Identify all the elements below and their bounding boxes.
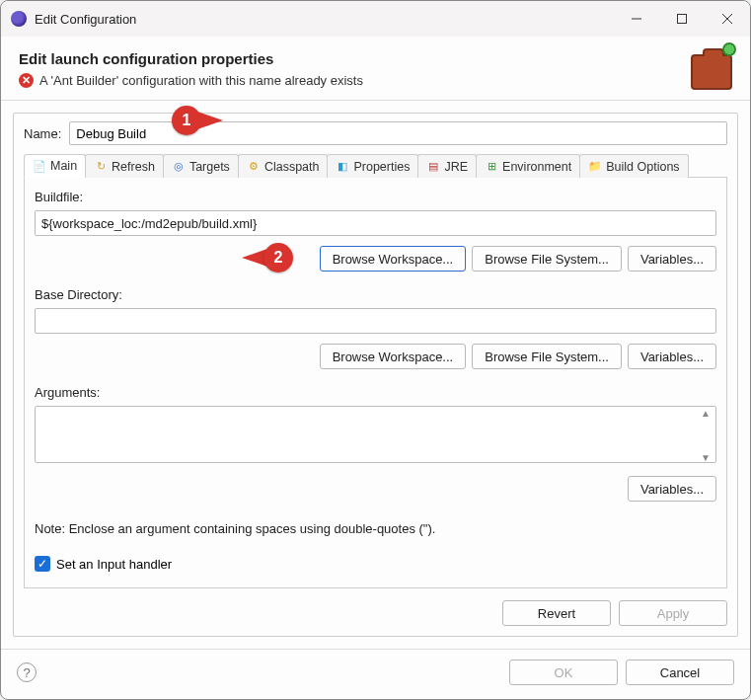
basedir-variables-button[interactable]: Variables... — [628, 344, 716, 369]
buildfile-label: Buildfile: — [35, 190, 716, 204]
tab-refresh[interactable]: ↻Refresh — [85, 154, 164, 178]
buildfile-variables-button[interactable]: Variables... — [628, 246, 716, 272]
dialog-header: Edit launch configuration properties ✕ A… — [1, 37, 750, 101]
chevron-up-icon: ▲ — [698, 409, 713, 419]
basedir-browse-workspace-button[interactable]: Browse Workspace... — [320, 344, 467, 369]
tab-main[interactable]: 📄Main — [24, 154, 86, 178]
apply-button[interactable]: Apply — [619, 600, 727, 626]
error-icon: ✕ — [19, 73, 34, 88]
input-handler-checkbox[interactable]: ✓ — [35, 556, 50, 572]
name-input[interactable] — [69, 121, 727, 145]
jre-icon: ▤ — [426, 160, 440, 174]
target-icon: ◎ — [172, 160, 186, 174]
name-label: Name: — [24, 126, 61, 141]
cancel-button[interactable]: Cancel — [626, 660, 734, 685]
basedir-input[interactable] — [35, 308, 716, 334]
minimize-button[interactable] — [614, 1, 659, 37]
app-icon — [11, 11, 27, 27]
doc-icon: 📄 — [33, 159, 46, 173]
arguments-note: Note: Enclose an argument containing spa… — [35, 521, 716, 536]
maximize-button[interactable] — [659, 1, 705, 37]
help-button[interactable]: ? — [17, 662, 37, 682]
environment-icon: ⊞ — [485, 160, 498, 174]
callout-1: 1 — [172, 106, 223, 135]
refresh-icon: ↻ — [94, 160, 108, 174]
buildfile-input[interactable] — [35, 210, 716, 236]
buildfile-browse-filesystem-button[interactable]: Browse File System... — [472, 246, 622, 272]
arguments-variables-button[interactable]: Variables... — [628, 476, 716, 502]
tab-build-options[interactable]: 📁Build Options — [579, 154, 688, 178]
dialog-title: Edit launch configuration properties — [19, 50, 691, 67]
callout-2: 2 — [242, 243, 293, 272]
buildfile-browse-workspace-button[interactable]: Browse Workspace... — [320, 246, 467, 272]
chevron-down-icon: ▼ — [698, 453, 713, 463]
svg-rect-1 — [678, 15, 687, 24]
basedir-label: Base Directory: — [35, 287, 716, 302]
tab-properties[interactable]: ◧Properties — [327, 154, 418, 178]
tab-targets[interactable]: ◎Targets — [163, 154, 239, 178]
tab-classpath[interactable]: ⚙Classpath — [238, 154, 329, 178]
ok-button[interactable]: OK — [509, 660, 618, 685]
tab-environment[interactable]: ⊞Environment — [476, 154, 580, 178]
build-icon: 📁 — [588, 160, 602, 174]
tab-jre[interactable]: ▤JRE — [417, 154, 477, 178]
titlebar: Edit Configuration — [1, 1, 750, 37]
close-button[interactable] — [705, 1, 750, 37]
arguments-spinner[interactable]: ▲▼ — [698, 409, 713, 463]
revert-button[interactable]: Revert — [502, 600, 611, 626]
tab-bar: 📄Main ↻Refresh ◎Targets ⚙Classpath ◧Prop… — [24, 153, 727, 178]
input-handler-label: Set an Input handler — [56, 557, 172, 572]
classpath-icon: ⚙ — [247, 160, 261, 174]
window-title: Edit Configuration — [35, 12, 614, 27]
toolbox-icon — [691, 54, 732, 90]
arguments-label: Arguments: — [35, 385, 716, 400]
arguments-input[interactable] — [35, 406, 716, 463]
properties-icon: ◧ — [336, 160, 349, 174]
basedir-browse-filesystem-button[interactable]: Browse File System... — [472, 344, 622, 369]
error-text: A 'Ant Builder' configuration with this … — [39, 73, 363, 88]
